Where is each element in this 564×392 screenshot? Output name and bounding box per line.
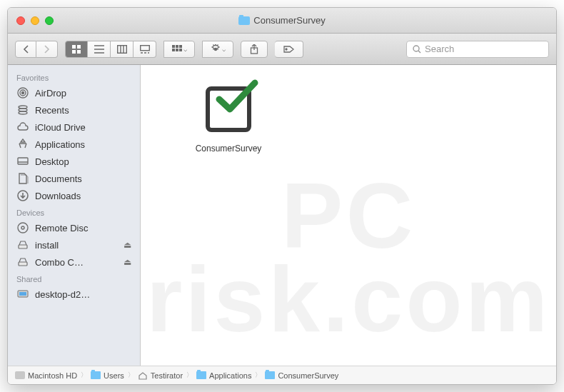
- downloads-icon: [16, 189, 29, 202]
- path-separator: 〉: [81, 371, 87, 380]
- sidebar-item-label: Documents: [35, 174, 131, 184]
- eject-icon[interactable]: ⏏: [124, 240, 131, 250]
- app-icon: [198, 79, 258, 139]
- chevron-down-icon: ⌵: [183, 46, 187, 53]
- sidebar-item-applications[interactable]: Applications: [8, 136, 140, 153]
- sidebar-item-label: Remote Disc: [35, 223, 131, 233]
- svg-line-24: [418, 51, 421, 53]
- sidebar-item-remote-disc[interactable]: Remote Disc: [8, 219, 140, 236]
- path-label: ConsumerSurvey: [278, 371, 338, 380]
- arrange-button[interactable]: ⌵: [163, 41, 195, 58]
- disc-icon: [16, 221, 29, 234]
- window-title: ConsumerSurvey: [8, 15, 556, 26]
- sidebar-item-label: desktop-d2…: [35, 289, 131, 300]
- drive-icon: [16, 256, 29, 268]
- drive-icon: [16, 238, 29, 251]
- sidebar-item-downloads[interactable]: Downloads: [8, 187, 140, 204]
- chevron-down-icon: ⌵: [222, 46, 226, 53]
- nav-buttons: [15, 41, 58, 58]
- folder-icon: [196, 371, 206, 379]
- svg-rect-15: [176, 45, 178, 48]
- sidebar-item-label: Desktop: [35, 156, 131, 167]
- svg-point-27: [22, 92, 24, 94]
- svg-point-22: [286, 49, 287, 50]
- gallery-view-button[interactable]: [134, 41, 156, 58]
- path-separator: 〉: [186, 371, 193, 380]
- home-icon: [138, 371, 148, 380]
- arrange-group: ⌵: [163, 41, 195, 58]
- svg-rect-1: [77, 45, 81, 49]
- sidebar-item-recents[interactable]: Recents: [8, 101, 140, 119]
- pc-icon: [16, 288, 29, 301]
- airdrop-icon: [16, 86, 29, 99]
- path-crumb[interactable]: Applications: [196, 371, 251, 380]
- search-field[interactable]: Search: [406, 41, 549, 58]
- svg-rect-36: [19, 245, 27, 248]
- forward-button[interactable]: [36, 41, 58, 58]
- sidebar-item-label: Downloads: [35, 191, 131, 201]
- sidebar-item-desktop[interactable]: Desktop: [8, 153, 140, 170]
- file-item-consumersurvey[interactable]: ConsumerSurvey: [182, 79, 275, 154]
- list-view-button[interactable]: [88, 41, 111, 58]
- sidebar-section-favorites: Favorites: [8, 69, 140, 84]
- path-crumb[interactable]: Macintosh HD: [15, 371, 77, 380]
- sidebar-item-label: iCloud Drive: [35, 122, 131, 133]
- svg-rect-39: [19, 292, 26, 296]
- sidebar-item-airdrop[interactable]: AirDrop: [8, 84, 140, 101]
- sidebar[interactable]: Favorites AirDrop Recents iCloud Drive A…: [8, 65, 141, 366]
- desktop-icon: [16, 155, 29, 168]
- sidebar-item-install[interactable]: install ⏏: [8, 236, 140, 253]
- sidebar-item-documents[interactable]: Documents: [8, 170, 140, 187]
- sidebar-item-label: Applications: [35, 139, 131, 150]
- recents-icon: [16, 104, 29, 116]
- path-crumb[interactable]: Testirator: [138, 371, 183, 380]
- path-crumb[interactable]: ConsumerSurvey: [265, 371, 338, 380]
- action-group: ⌵: [202, 41, 233, 58]
- tags-button[interactable]: [275, 41, 303, 58]
- sidebar-section-devices: Devices: [8, 204, 140, 219]
- action-button[interactable]: ⌵: [202, 41, 233, 58]
- path-label: Applications: [209, 371, 251, 380]
- sidebar-item-icloud[interactable]: iCloud Drive: [8, 119, 140, 136]
- applications-icon: [16, 138, 29, 151]
- folder-icon: [91, 371, 101, 379]
- back-button[interactable]: [15, 41, 36, 58]
- svg-rect-3: [77, 50, 81, 54]
- sidebar-item-combo[interactable]: Combo C… ⏏: [8, 253, 140, 271]
- svg-rect-0: [72, 45, 76, 49]
- window-controls: [8, 16, 54, 25]
- svg-point-34: [18, 223, 28, 233]
- svg-rect-10: [140, 45, 149, 50]
- svg-rect-7: [117, 45, 126, 53]
- svg-rect-18: [176, 49, 178, 51]
- svg-point-30: [19, 111, 27, 114]
- svg-point-35: [21, 226, 24, 229]
- zoom-button[interactable]: [45, 16, 54, 25]
- column-view-button[interactable]: [111, 41, 134, 58]
- path-separator: 〉: [255, 371, 261, 380]
- titlebar: ConsumerSurvey: [8, 8, 556, 34]
- path-separator: 〉: [128, 371, 134, 380]
- path-crumb[interactable]: Users: [91, 371, 124, 380]
- share-button[interactable]: [241, 41, 268, 58]
- search-placeholder: Search: [425, 44, 454, 54]
- path-label: Macintosh HD: [28, 371, 77, 380]
- svg-point-23: [413, 46, 419, 51]
- sidebar-item-label: AirDrop: [35, 88, 131, 99]
- path-bar: Macintosh HD 〉 Users 〉 Testirator 〉 Appl…: [8, 366, 556, 384]
- eject-icon[interactable]: ⏏: [124, 257, 131, 267]
- sidebar-item-shared-pc[interactable]: desktop-d2…: [8, 286, 140, 303]
- svg-rect-31: [18, 158, 28, 164]
- close-button[interactable]: [16, 16, 25, 25]
- view-buttons: [65, 41, 156, 58]
- search-icon: [413, 45, 421, 54]
- window-body: Favorites AirDrop Recents iCloud Drive A…: [8, 65, 556, 366]
- sidebar-item-label: Combo C…: [35, 257, 118, 268]
- icon-view-button[interactable]: [65, 41, 88, 58]
- svg-rect-17: [172, 49, 175, 51]
- minimize-button[interactable]: [31, 16, 39, 25]
- sidebar-item-label: install: [35, 240, 118, 251]
- checkmark-icon: [216, 79, 258, 115]
- svg-rect-19: [179, 49, 182, 51]
- content-area[interactable]: PC risk.com ConsumerSurvey: [141, 65, 556, 366]
